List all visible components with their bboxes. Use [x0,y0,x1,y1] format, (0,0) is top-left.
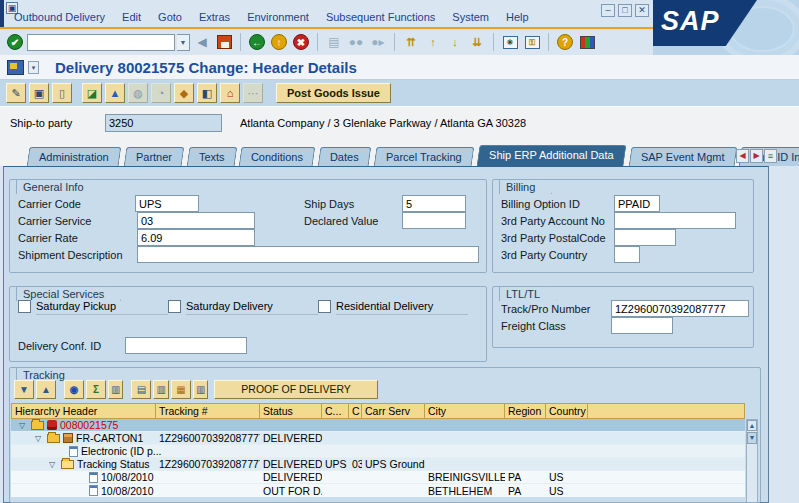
third-party-country-input[interactable] [614,246,640,263]
ltl-tl-groupbox: LTL/TL Track/Pro Number Freight Class [492,286,754,348]
goods-issue-house-icon[interactable]: ⌂ [220,83,240,103]
page-up-icon[interactable]: ↑ [423,32,443,52]
print-list-icon[interactable]: ▤ [131,380,151,399]
third-party-postalcode-label: 3rd Party PostalCode [501,232,606,244]
back-icon[interactable]: ← [247,32,267,52]
page-down-icon[interactable]: ↓ [445,32,465,52]
partner-person-icon[interactable]: ▲ [105,83,125,103]
menu-item-subsequent-functions[interactable]: Subsequent Functions [326,11,435,27]
table-row-event-out-for-delivery[interactable]: 10/08/2010 OUT FOR D... BETHLEHEM PA US [11,484,745,497]
sort-descending-icon[interactable]: ▼ [14,380,34,399]
menu-item-edit[interactable]: Edit [122,11,141,27]
pack-boxes-icon[interactable]: ◆ [174,83,194,103]
cancel-icon[interactable]: ✖ [291,32,311,52]
menu-item-outbound-delivery[interactable]: Outbound Delivery [14,11,105,27]
copy-document-icon[interactable]: ▣ [29,83,49,103]
command-dropdown-icon[interactable]: ▼ [177,34,190,51]
col-c1[interactable]: C... [322,403,349,419]
find-binoculars-icon[interactable]: ◉ [64,380,84,399]
subtotal-icon[interactable]: ▥ [108,380,123,399]
minimize-button[interactable]: – [601,4,615,17]
application-toolbar: ✎ ▣ ▯ ◪ ▲ ◍ ◔ ◆ ◧ ⌂ ⋯ Post Goods Issue [0,80,799,107]
help-icon[interactable]: ? [555,32,575,52]
new-session-icon[interactable]: ✳ [500,32,520,52]
last-page-icon[interactable]: ⇊ [467,32,487,52]
carrier-service-input[interactable] [137,212,255,229]
maximize-button[interactable]: □ [618,4,632,17]
save-icon[interactable] [214,32,234,52]
track-pro-number-input[interactable] [611,300,749,317]
sum-icon[interactable]: Σ [86,380,106,399]
back-arrow-icon[interactable]: ◀ [192,32,212,52]
third-party-account-input[interactable] [614,212,736,229]
saturday-delivery-checkbox[interactable] [168,300,181,313]
col-region[interactable]: Region [505,403,546,419]
expander-icon[interactable]: ▽ [19,421,28,430]
menu-item-help[interactable]: Help [506,11,529,27]
tab-scroll-right-icon[interactable]: ▶ [750,149,763,163]
enter-icon[interactable]: ✔ [5,32,25,52]
col-city[interactable]: City [425,403,505,419]
scroll-up-icon[interactable]: ▲ [747,420,757,431]
tab-list-icon[interactable]: ≡ [764,149,777,163]
tab-dates[interactable]: Dates [318,147,371,166]
display-change-icon[interactable]: ✎ [6,83,26,103]
sort-ascending-icon[interactable]: ▲ [36,380,56,399]
customize-layout-icon[interactable] [577,32,597,52]
carrier-rate-input[interactable] [137,229,255,246]
table-row-carton[interactable]: ▽ FR-CARTON1 1Z2960070392087777 DELIVERE… [11,432,745,445]
scroll-thumb[interactable]: ▼ [747,432,757,444]
expander-icon[interactable]: ▽ [49,460,58,469]
word-processing-icon[interactable]: ▥ [193,380,208,399]
col-hierarchy-header[interactable]: Hierarchy Header [11,403,156,419]
menu-item-extras[interactable]: Extras [199,11,230,27]
menu-item-goto[interactable]: Goto [158,11,182,27]
declared-value-input[interactable] [402,212,466,229]
tab-texts[interactable]: Texts [186,147,236,166]
saturday-pickup-checkbox[interactable] [18,300,31,313]
delivery-conf-id-input[interactable] [125,337,247,354]
billing-option-id-input[interactable] [614,195,660,212]
spreadsheet-icon[interactable]: ▦ [171,380,191,399]
export-file-icon[interactable]: ▥ [153,380,168,399]
col-carr-serv[interactable]: Carr Serv [362,403,425,419]
table-row-event-delivered[interactable]: 10/08/2010 DELIVERED BREINIGSVILLE PA US [11,471,745,484]
delete-trash-icon[interactable]: ▯ [52,83,72,103]
first-page-icon[interactable]: ⇈ [401,32,421,52]
tab-ship-erp-additional-data[interactable]: Ship ERP Additional Data [477,145,626,166]
exit-icon[interactable]: ↑ [269,32,289,52]
residential-delivery-checkbox[interactable] [318,300,331,313]
title-dropdown-icon[interactable]: ▼ [28,61,39,74]
close-button[interactable]: ✕ [635,4,649,17]
tab-parcel-tracking[interactable]: Parcel Tracking [374,147,474,166]
tab-conditions[interactable]: Conditions [239,147,316,166]
col-c2[interactable]: C [349,403,362,419]
proof-of-delivery-button[interactable]: PROOF OF DELIVERY [214,380,378,399]
transfer-icon[interactable]: ◪ [82,83,102,103]
post-goods-issue-button[interactable]: Post Goods Issue [276,83,391,103]
col-tracking-number[interactable]: Tracking # [156,403,260,419]
table-row-tracking-status[interactable]: ▽ Tracking Status 1Z2960070392087777 DEL… [11,458,745,471]
tab-partner[interactable]: Partner [123,147,184,166]
shipment-description-input[interactable] [137,246,479,263]
freight-class-input[interactable] [611,317,673,334]
expander-icon[interactable]: ▽ [35,434,44,443]
col-country[interactable]: Country [546,403,588,419]
transaction-icon[interactable] [7,60,24,75]
col-status[interactable]: Status [260,403,322,419]
status-overview-icon[interactable]: ◧ [197,83,217,103]
tab-scroll-left-icon[interactable]: ◀ [736,149,749,163]
create-shortcut-icon[interactable]: ⚿ [522,32,542,52]
command-input[interactable] [27,34,175,51]
table-row-delivery[interactable]: ▽ 0080021575 [11,419,745,432]
menu-item-system[interactable]: System [452,11,489,27]
ship-to-party-input[interactable] [105,114,222,132]
carrier-code-input[interactable] [135,195,199,212]
menu-item-environment[interactable]: Environment [247,11,309,27]
table-vertical-scrollbar[interactable]: ▲ ▼ [746,419,758,503]
tab-sap-event-mgmt[interactable]: SAP Event Mgmt [628,147,736,166]
tab-administration[interactable]: Administration [27,147,121,166]
ship-days-input[interactable] [402,195,466,212]
table-row-electronic-id[interactable]: Electronic (ID p... [11,445,745,458]
third-party-postalcode-input[interactable] [614,229,676,246]
